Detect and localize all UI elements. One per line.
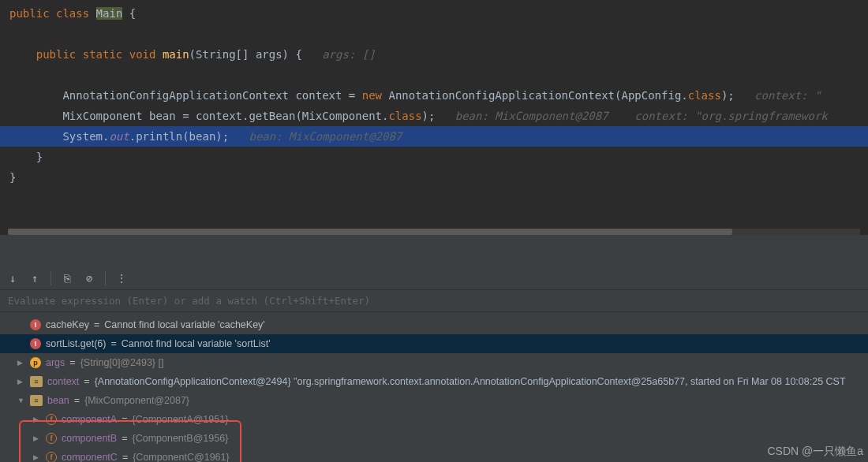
- variable-value: Cannot find local variable 'cacheKey': [104, 319, 265, 330]
- variable-value: {AnnotationConfigApplicationContext@2494…: [95, 376, 846, 387]
- variable-row[interactable]: ▶fcomponentA = {ComponentA@1951}: [0, 410, 868, 429]
- variable-row[interactable]: ▶pargs = {String[0]@2493} []: [0, 353, 868, 372]
- copy-icon[interactable]: ⎘: [61, 272, 73, 285]
- variable-row[interactable]: ▶≡context = {AnnotationConfigApplication…: [0, 372, 868, 391]
- variable-value: {ComponentA@1951}: [133, 414, 229, 425]
- code-line[interactable]: }: [0, 147, 868, 167]
- code-line[interactable]: MixComponent bean = context.getBean(MixC…: [0, 106, 868, 126]
- variable-name: context: [47, 376, 79, 387]
- variable-name: bean: [47, 395, 69, 406]
- toolbar-separator: [105, 271, 106, 285]
- param-p-icon: p: [30, 357, 41, 368]
- variable-value: {String[0]@2493} []: [80, 357, 164, 368]
- variable-name: sortList.get(6): [46, 338, 106, 349]
- field-icon: f: [46, 433, 57, 444]
- variable-row[interactable]: !cacheKey = Cannot find local variable '…: [0, 315, 868, 334]
- code-line[interactable]: System.out.println(bean); bean: MixCompo…: [0, 126, 868, 147]
- error-icon: !: [30, 319, 41, 330]
- code-editor[interactable]: public class Main { public static void m…: [0, 0, 868, 235]
- object-icon: ≡: [30, 395, 43, 406]
- expand-icon[interactable]: ▶: [33, 415, 41, 423]
- expand-icon[interactable]: ▶: [33, 434, 41, 442]
- evaluate-expression-input[interactable]: Evaluate expression (Enter) or add a wat…: [0, 290, 868, 312]
- variable-value: Cannot find local variable 'sortList': [122, 338, 271, 349]
- debug-toolbar: ↓ ↑ ⎘ ⊘ ⋮: [0, 266, 868, 290]
- code-line[interactable]: public class Main {: [0, 3, 868, 24]
- variable-name: componentA: [62, 414, 117, 425]
- arrow-up-icon[interactable]: ↑: [28, 272, 41, 285]
- variable-value: {MixComponent@2087}: [84, 395, 189, 406]
- expand-icon[interactable]: ▼: [17, 397, 25, 404]
- more-icon[interactable]: ⋮: [115, 272, 128, 285]
- scrollbar-thumb[interactable]: [8, 229, 732, 235]
- variable-row[interactable]: ▶fcomponentB = {ComponentB@1956}: [0, 429, 868, 448]
- variable-value: {ComponentC@1961}: [133, 452, 230, 462]
- field-icon: f: [46, 452, 57, 462]
- code-line[interactable]: public static void main(String[] args) {…: [0, 44, 868, 65]
- variable-name: cacheKey: [46, 319, 89, 330]
- watermark-text: CSDN @一只懒鱼a: [767, 445, 863, 459]
- variable-row[interactable]: ▼≡bean = {MixComponent@2087}: [0, 391, 868, 410]
- toolbar-separator: [51, 271, 51, 285]
- expand-icon[interactable]: ▶: [17, 359, 25, 367]
- watch-placeholder: Evaluate expression (Enter) or add a wat…: [8, 295, 370, 307]
- code-line[interactable]: AnnotationConfigApplicationContext conte…: [0, 85, 868, 106]
- object-icon: ≡: [30, 376, 43, 387]
- arrow-down-icon[interactable]: ↓: [6, 272, 19, 285]
- expand-icon[interactable]: ▶: [33, 453, 41, 461]
- variable-value: {ComponentB@1956}: [133, 433, 229, 444]
- code-line[interactable]: [0, 65, 868, 85]
- variable-row[interactable]: !sortList.get(6) = Cannot find local var…: [0, 334, 868, 353]
- code-line[interactable]: [0, 24, 868, 44]
- clear-icon[interactable]: ⊘: [83, 272, 95, 285]
- expand-icon[interactable]: ▶: [17, 378, 25, 386]
- variables-panel: !cacheKey = Cannot find local variable '…: [0, 312, 868, 462]
- error-icon: !: [30, 338, 41, 349]
- horizontal-scrollbar[interactable]: [8, 229, 860, 235]
- field-icon: f: [46, 414, 57, 425]
- code-line[interactable]: }: [0, 167, 868, 188]
- variable-name: componentC: [62, 452, 118, 462]
- panel-divider: [0, 235, 868, 266]
- variable-name: componentB: [62, 433, 117, 444]
- variable-name: args: [46, 357, 65, 368]
- variable-row[interactable]: ▶fcomponentC = {ComponentC@1961}: [0, 448, 868, 462]
